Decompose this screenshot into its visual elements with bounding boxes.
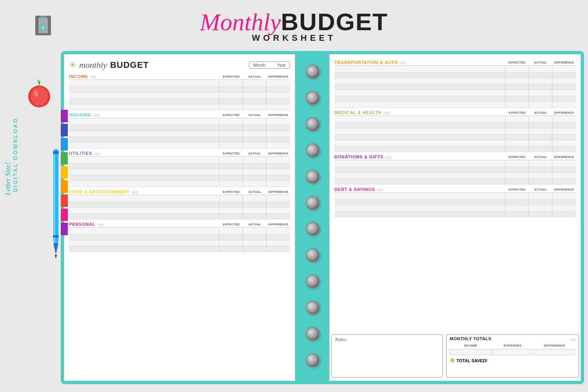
- totals-income-col: INCOME: [450, 344, 492, 347]
- table-row: [334, 134, 576, 140]
- year-label: Year: [277, 63, 286, 67]
- tab-7: [61, 209, 68, 221]
- table-cell-0: [220, 202, 243, 207]
- right-sections: TRANSPORTATION & AUTO ◁◁EXPECTEDACTUALDI…: [334, 60, 576, 329]
- table-row: [69, 131, 290, 137]
- table-cell-main: [334, 90, 505, 96]
- table-row: [69, 137, 290, 143]
- table-cell-2: [267, 131, 290, 136]
- section-title-row-medical: MEDICAL & HEALTH ◁◁EXPECTEDACTUALDIFFERE…: [334, 110, 576, 116]
- table-cell-main: [69, 143, 220, 148]
- table-row: [69, 98, 290, 104]
- table-row: [69, 196, 290, 202]
- table-row: [69, 169, 290, 175]
- table-cell-1: [529, 140, 552, 146]
- table-cell-0: [220, 240, 243, 246]
- section-label-personal: PERSONAL: [69, 222, 97, 227]
- table-cell-1: [529, 211, 552, 217]
- data-rows-donations: [334, 161, 576, 185]
- table-cell-main: [69, 87, 220, 92]
- table-cell-1: [243, 93, 267, 98]
- table-cell-2: [267, 234, 290, 240]
- table-cell-2: [267, 214, 290, 219]
- pen-icon: [51, 149, 61, 259]
- title-budget: BUDGET: [281, 8, 388, 35]
- col-heads: EXPECTEDACTUALDIFFERENCE: [220, 190, 290, 194]
- table-cell-main: [69, 229, 220, 234]
- col-head-difference: DIFFERENCE: [552, 188, 576, 191]
- table-cell-0: [505, 173, 529, 178]
- table-cell-0: [505, 211, 529, 217]
- table-cell-main: [334, 211, 505, 217]
- table-row: [69, 158, 290, 163]
- table-cell-2: [267, 169, 290, 175]
- table-cell-1: [529, 167, 552, 172]
- table-cell-1: [243, 229, 267, 234]
- table-row: [334, 84, 576, 90]
- table-row: [69, 208, 290, 214]
- table-cell-main: [334, 134, 505, 140]
- table-cell-main: [334, 173, 505, 178]
- table-cell-0: [505, 200, 529, 205]
- table-row: [69, 234, 290, 240]
- chevron-icon-donations: ◁◁: [385, 155, 391, 159]
- section-label-medical: MEDICAL & HEALTH: [334, 110, 383, 115]
- table-row: [69, 175, 290, 181]
- table-cell-1: [243, 240, 267, 246]
- table-cell-0: [220, 196, 243, 201]
- table-cell-1: [529, 200, 552, 205]
- table-row: [69, 143, 290, 149]
- table-cell-2: [552, 96, 576, 102]
- col-heads: EXPECTEDACTUALDIFFERENCE: [505, 61, 576, 64]
- table-cell-1: [529, 78, 552, 84]
- table-cell-2: [552, 129, 576, 134]
- header-star-icon: ✳: [69, 60, 76, 70]
- green-star-icon: ✳: [450, 357, 455, 364]
- table-cell-0: [505, 129, 529, 134]
- table-cell-main: [334, 194, 505, 199]
- table-cell-0: [505, 102, 529, 107]
- letter-size-label: Letter Size!: [4, 118, 12, 196]
- col-head-expected: EXPECTED: [220, 152, 243, 155]
- table-cell-2: [552, 200, 576, 205]
- table-cell-0: [220, 125, 243, 131]
- col-head-actual: ACTUAL: [243, 152, 267, 155]
- monthly-totals-box: MONTHLY TOTALS ◁◁ INCOME EXPENSES DIFFER…: [446, 334, 579, 377]
- tab-0: [61, 110, 68, 122]
- col-head-actual: ACTUAL: [529, 61, 552, 64]
- section-title-row-donations: DONATIONS & GIFTS ◁◁EXPECTEDACTUALDIFFER…: [334, 154, 576, 160]
- table-cell-main: [334, 84, 505, 90]
- table-row: [334, 194, 576, 200]
- table-cell-2: [267, 208, 290, 213]
- table-cell-2: [267, 119, 290, 125]
- table-cell-0: [505, 167, 529, 172]
- section-title-row-personal: PERSONAL ◁◁EXPECTEDACTUALDIFFERENCE: [69, 222, 290, 228]
- table-cell-1: [529, 84, 552, 90]
- table-cell-2: [552, 73, 576, 78]
- table-row: [69, 119, 290, 125]
- table-row: [334, 167, 576, 173]
- table-cell-1: [529, 117, 552, 122]
- table-cell-0: [505, 117, 529, 122]
- table-cell-main: [69, 158, 220, 163]
- svg-rect-10: [54, 150, 55, 242]
- binder-ring: [306, 327, 320, 341]
- table-cell-1: [243, 246, 267, 252]
- table-cell-0: [220, 246, 243, 252]
- table-cell-1: [243, 175, 267, 181]
- totals-col-headers: INCOME EXPENSES DIFFERENCE: [450, 344, 575, 347]
- table-cell-2: [552, 84, 576, 90]
- data-rows-income: [69, 81, 290, 110]
- col-head-expected: EXPECTED: [505, 111, 529, 114]
- table-cell-0: [220, 234, 243, 240]
- table-cell-main: [334, 78, 505, 84]
- table-cell-main: [334, 123, 505, 128]
- col-head-expected: EXPECTED: [220, 190, 243, 194]
- section-income: INCOME ◁◁EXPECTEDACTUALDIFFERENCE: [69, 74, 290, 110]
- table-row: [334, 179, 576, 185]
- table-cell-main: [69, 246, 220, 252]
- table-cell-1: [243, 119, 267, 125]
- table-cell-1: [243, 208, 267, 213]
- section-title-row-income: INCOME ◁◁EXPECTEDACTUALDIFFERENCE: [69, 74, 290, 80]
- table-row: [334, 146, 576, 152]
